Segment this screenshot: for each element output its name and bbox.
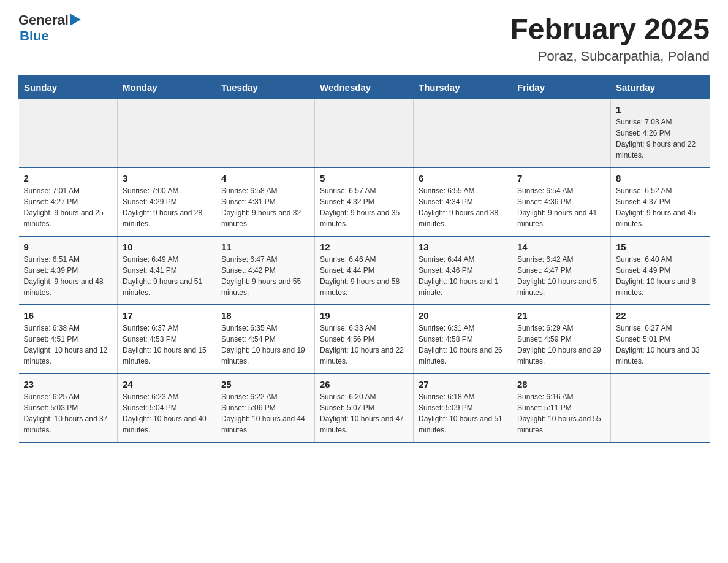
day-info: Sunrise: 6:44 AM Sunset: 4:46 PM Dayligh…	[419, 254, 507, 298]
calendar-cell: 19Sunrise: 6:33 AM Sunset: 4:56 PM Dayli…	[315, 305, 414, 373]
calendar-week-row: 16Sunrise: 6:38 AM Sunset: 4:51 PM Dayli…	[19, 305, 710, 373]
calendar-cell	[512, 99, 611, 168]
calendar-cell: 10Sunrise: 6:49 AM Sunset: 4:41 PM Dayli…	[118, 236, 216, 305]
calendar-week-row: 2Sunrise: 7:01 AM Sunset: 4:27 PM Daylig…	[19, 167, 710, 236]
header-thursday: Thursday	[414, 76, 512, 99]
day-info: Sunrise: 6:57 AM Sunset: 4:32 PM Dayligh…	[320, 185, 408, 229]
calendar-cell: 14Sunrise: 6:42 AM Sunset: 4:47 PM Dayli…	[512, 236, 611, 305]
header-row: SundayMondayTuesdayWednesdayThursdayFrid…	[19, 76, 710, 99]
day-info: Sunrise: 6:22 AM Sunset: 5:06 PM Dayligh…	[221, 391, 309, 435]
day-number: 15	[616, 242, 705, 252]
day-number: 20	[419, 310, 507, 321]
calendar-cell: 7Sunrise: 6:54 AM Sunset: 4:36 PM Daylig…	[512, 167, 611, 236]
day-info: Sunrise: 6:58 AM Sunset: 4:31 PM Dayligh…	[221, 185, 309, 229]
calendar-cell: 4Sunrise: 6:58 AM Sunset: 4:31 PM Daylig…	[216, 167, 315, 236]
calendar-cell	[315, 99, 414, 168]
day-info: Sunrise: 6:31 AM Sunset: 4:58 PM Dayligh…	[419, 323, 507, 367]
day-info: Sunrise: 6:51 AM Sunset: 4:39 PM Dayligh…	[24, 254, 113, 298]
day-info: Sunrise: 6:35 AM Sunset: 4:54 PM Dayligh…	[221, 323, 309, 367]
day-info: Sunrise: 6:37 AM Sunset: 4:53 PM Dayligh…	[123, 323, 211, 367]
calendar-cell: 16Sunrise: 6:38 AM Sunset: 4:51 PM Dayli…	[19, 305, 118, 373]
day-number: 7	[517, 173, 605, 183]
logo: General Blue	[18, 12, 81, 44]
calendar-week-row: 23Sunrise: 6:25 AM Sunset: 5:03 PM Dayli…	[19, 373, 710, 442]
calendar-cell: 22Sunrise: 6:27 AM Sunset: 5:01 PM Dayli…	[611, 305, 710, 373]
day-number: 3	[123, 173, 211, 183]
day-info: Sunrise: 6:29 AM Sunset: 4:59 PM Dayligh…	[517, 323, 605, 367]
day-number: 9	[24, 242, 113, 252]
calendar-cell	[611, 373, 710, 442]
day-info: Sunrise: 6:46 AM Sunset: 4:44 PM Dayligh…	[320, 254, 408, 298]
svg-marker-0	[70, 13, 81, 26]
day-info: Sunrise: 6:25 AM Sunset: 5:03 PM Dayligh…	[24, 391, 113, 435]
calendar-cell: 11Sunrise: 6:47 AM Sunset: 4:42 PM Dayli…	[216, 236, 315, 305]
day-info: Sunrise: 7:01 AM Sunset: 4:27 PM Dayligh…	[24, 185, 113, 229]
page-header: General Blue February 2025 Poraz, Subcar…	[18, 12, 710, 64]
day-number: 5	[320, 173, 408, 183]
calendar-cell: 12Sunrise: 6:46 AM Sunset: 4:44 PM Dayli…	[315, 236, 414, 305]
day-info: Sunrise: 6:23 AM Sunset: 5:04 PM Dayligh…	[123, 391, 211, 435]
day-info: Sunrise: 6:27 AM Sunset: 5:01 PM Dayligh…	[616, 323, 705, 367]
day-info: Sunrise: 6:20 AM Sunset: 5:07 PM Dayligh…	[320, 391, 408, 435]
day-number: 12	[320, 242, 408, 252]
calendar-cell	[414, 99, 512, 168]
calendar-body: 1Sunrise: 7:03 AM Sunset: 4:26 PM Daylig…	[19, 99, 710, 443]
calendar-cell: 2Sunrise: 7:01 AM Sunset: 4:27 PM Daylig…	[19, 167, 118, 236]
day-number: 11	[221, 242, 309, 252]
calendar-cell: 26Sunrise: 6:20 AM Sunset: 5:07 PM Dayli…	[315, 373, 414, 442]
title-block: February 2025 Poraz, Subcarpathia, Polan…	[510, 12, 710, 64]
header-friday: Friday	[512, 76, 611, 99]
day-info: Sunrise: 6:47 AM Sunset: 4:42 PM Dayligh…	[221, 254, 309, 298]
calendar-cell: 1Sunrise: 7:03 AM Sunset: 4:26 PM Daylig…	[611, 99, 710, 168]
day-number: 25	[221, 379, 309, 389]
calendar-cell: 9Sunrise: 6:51 AM Sunset: 4:39 PM Daylig…	[19, 236, 118, 305]
calendar-cell: 15Sunrise: 6:40 AM Sunset: 4:49 PM Dayli…	[611, 236, 710, 305]
day-info: Sunrise: 7:03 AM Sunset: 4:26 PM Dayligh…	[616, 117, 705, 161]
day-number: 4	[221, 173, 309, 183]
day-info: Sunrise: 7:00 AM Sunset: 4:29 PM Dayligh…	[123, 185, 211, 229]
calendar-week-row: 1Sunrise: 7:03 AM Sunset: 4:26 PM Daylig…	[19, 99, 710, 168]
header-monday: Monday	[118, 76, 216, 99]
calendar-header: SundayMondayTuesdayWednesdayThursdayFrid…	[19, 76, 710, 99]
logo-general-text: General	[18, 12, 69, 28]
day-number: 26	[320, 379, 408, 389]
day-info: Sunrise: 6:40 AM Sunset: 4:49 PM Dayligh…	[616, 254, 705, 298]
header-sunday: Sunday	[19, 76, 118, 99]
day-number: 14	[517, 242, 605, 252]
day-info: Sunrise: 6:42 AM Sunset: 4:47 PM Dayligh…	[517, 254, 605, 298]
calendar-week-row: 9Sunrise: 6:51 AM Sunset: 4:39 PM Daylig…	[19, 236, 710, 305]
calendar-cell: 13Sunrise: 6:44 AM Sunset: 4:46 PM Dayli…	[414, 236, 512, 305]
day-number: 8	[616, 173, 705, 183]
calendar-cell: 21Sunrise: 6:29 AM Sunset: 4:59 PM Dayli…	[512, 305, 611, 373]
day-info: Sunrise: 6:38 AM Sunset: 4:51 PM Dayligh…	[24, 323, 113, 367]
day-number: 6	[419, 173, 507, 183]
calendar-cell: 5Sunrise: 6:57 AM Sunset: 4:32 PM Daylig…	[315, 167, 414, 236]
day-number: 22	[616, 310, 705, 321]
day-number: 19	[320, 310, 408, 321]
page-title: February 2025	[510, 12, 710, 46]
day-number: 21	[517, 310, 605, 321]
day-number: 18	[221, 310, 309, 321]
header-tuesday: Tuesday	[216, 76, 315, 99]
header-wednesday: Wednesday	[315, 76, 414, 99]
calendar-cell: 24Sunrise: 6:23 AM Sunset: 5:04 PM Dayli…	[118, 373, 216, 442]
day-number: 17	[123, 310, 211, 321]
calendar-cell: 27Sunrise: 6:18 AM Sunset: 5:09 PM Dayli…	[414, 373, 512, 442]
day-info: Sunrise: 6:49 AM Sunset: 4:41 PM Dayligh…	[123, 254, 211, 298]
day-number: 10	[123, 242, 211, 252]
calendar-cell: 18Sunrise: 6:35 AM Sunset: 4:54 PM Dayli…	[216, 305, 315, 373]
calendar-cell: 25Sunrise: 6:22 AM Sunset: 5:06 PM Dayli…	[216, 373, 315, 442]
day-number: 1	[616, 104, 705, 115]
day-number: 16	[24, 310, 113, 321]
calendar-table: SundayMondayTuesdayWednesdayThursdayFrid…	[18, 75, 710, 443]
calendar-cell	[216, 99, 315, 168]
day-number: 2	[24, 173, 113, 183]
day-info: Sunrise: 6:18 AM Sunset: 5:09 PM Dayligh…	[419, 391, 507, 435]
logo-triangle-icon	[70, 13, 81, 26]
calendar-cell	[19, 99, 118, 168]
day-number: 27	[419, 379, 507, 389]
header-saturday: Saturday	[611, 76, 710, 99]
calendar-cell	[118, 99, 216, 168]
day-info: Sunrise: 6:33 AM Sunset: 4:56 PM Dayligh…	[320, 323, 408, 367]
calendar-cell: 17Sunrise: 6:37 AM Sunset: 4:53 PM Dayli…	[118, 305, 216, 373]
